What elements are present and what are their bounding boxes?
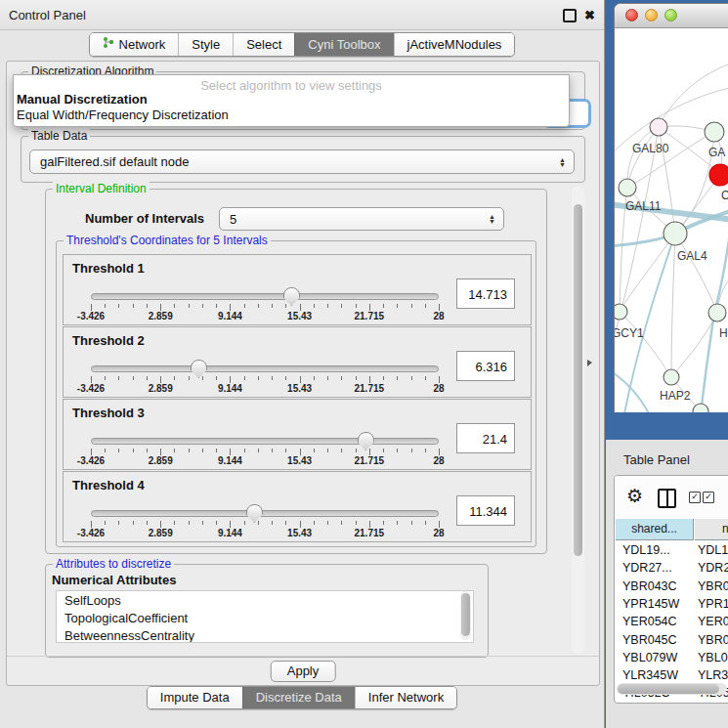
slider-thumb[interactable]	[191, 360, 207, 378]
table-data-combo[interactable]: galFiltered.sif default node ▲▼	[29, 150, 575, 174]
threshold-value-field[interactable]: 21.4	[456, 423, 515, 453]
minimize-light[interactable]	[645, 9, 658, 21]
numerical-attributes-list[interactable]: SelfLoopsTopologicalCoefficientBetweenne…	[56, 590, 474, 643]
network-node[interactable]	[615, 304, 627, 320]
table-horizontal-scrollbar[interactable]	[617, 683, 727, 695]
slider-scale-label: 2.859	[149, 311, 173, 321]
network-node[interactable]	[650, 118, 667, 136]
tab-jactivemnodules[interactable]: jActiveMNodules	[394, 33, 515, 56]
slider-tick	[439, 521, 440, 528]
tab-cyni-toolbox[interactable]: Cyni Toolbox	[294, 33, 393, 56]
slider-tick	[341, 449, 342, 452]
checkbox-icon[interactable]: ✓	[689, 492, 701, 503]
attributes-list-scrollbar[interactable]	[460, 591, 471, 640]
table-toolbar: ⚙ ✓ ✓	[615, 476, 728, 519]
slider-tick	[202, 521, 203, 525]
slider-tick	[189, 304, 190, 308]
slider-tick	[439, 449, 440, 455]
slider-track[interactable]	[91, 510, 439, 517]
threshold-value-field[interactable]: 14.713	[456, 278, 515, 309]
table-data-title: Table Data	[28, 129, 90, 143]
slider-scale-label: 2.859	[149, 383, 173, 394]
content-scrollbar[interactable]	[572, 187, 584, 654]
slider-thumb[interactable]	[246, 504, 263, 523]
slider-tick	[369, 449, 370, 455]
slider-tick	[160, 376, 161, 383]
slider-tick	[383, 449, 384, 452]
slider-tick	[230, 304, 231, 311]
tab-network[interactable]: Network	[90, 33, 179, 56]
slider-track[interactable]	[91, 365, 439, 372]
network-node-label: GA	[708, 146, 725, 159]
interval-definition-group: Interval Definition Number of Intervals …	[45, 189, 547, 554]
threshold-value-field[interactable]: 6.316	[456, 351, 515, 381]
tab-style[interactable]: Style	[178, 33, 233, 56]
network-node-label: H	[719, 326, 728, 340]
slider-tick	[118, 304, 119, 308]
threshold-panel: Threshold 1-3.4262.8599.14415.4321.71528…	[63, 254, 532, 325]
slider-tick	[356, 376, 357, 380]
tab-infer-network[interactable]: Infer Network	[355, 687, 456, 708]
table-panel-body: ⚙ ✓ ✓ shared...nameYDL19...YDL19YDR27...…	[614, 475, 728, 704]
column-header-shared[interactable]: shared...	[616, 519, 694, 540]
cell-shared-name: YBR043C	[622, 579, 677, 593]
table-row[interactable]: YBR045CYBR04	[615, 632, 728, 650]
close-icon[interactable]: ✖	[584, 8, 595, 22]
algorithm-dropdown-popup: Select algorithm to view settings Manual…	[13, 74, 570, 127]
slider-scale-label: -3.426	[77, 383, 105, 394]
slider-scale-label: 9.144	[218, 311, 242, 321]
tab-content-panel: Discretization Algorithm Select algorith…	[6, 61, 600, 686]
slider-track[interactable]	[91, 438, 439, 445]
slider-tick	[118, 449, 119, 452]
zoom-light[interactable]	[664, 9, 677, 21]
attribute-list-item[interactable]: BetweennessCentrality	[57, 626, 473, 643]
algorithm-option[interactable]: Equal Width/Frequency Discretization	[17, 107, 229, 122]
tab-impute-data[interactable]: Impute Data	[148, 687, 242, 708]
network-canvas[interactable]: GAL80GACGAL11GAL4GCY1HHAP2	[615, 28, 728, 412]
slider-tick	[258, 304, 259, 308]
slider-tick	[314, 376, 315, 380]
slider-tick	[285, 376, 286, 380]
control-panel-title: Control Panel	[9, 8, 86, 22]
table-row[interactable]: YDL19...YDL19	[615, 542, 728, 560]
network-node[interactable]	[708, 304, 726, 321]
cell-name: YBR04	[698, 633, 728, 647]
tab-discretize-data[interactable]: Discretize Data	[242, 687, 355, 708]
network-node[interactable]	[705, 122, 724, 142]
gear-icon[interactable]: ⚙	[626, 485, 643, 507]
cell-shared-name: YDR27...	[622, 561, 672, 575]
table-row[interactable]: YDR27...YDR27	[615, 560, 728, 578]
network-node[interactable]	[664, 222, 687, 245]
table-row[interactable]: YER054CYER05	[615, 614, 728, 631]
table-row[interactable]: YPR145WYPR14	[615, 596, 728, 614]
algorithm-option[interactable]: Manual Discretization	[17, 92, 148, 107]
apply-button[interactable]: Apply	[271, 661, 336, 682]
network-node[interactable]	[664, 369, 679, 385]
checkbox-icon[interactable]: ✓	[703, 492, 714, 503]
column-header-name[interactable]: name	[695, 519, 728, 540]
network-node[interactable]	[709, 164, 728, 186]
columns-icon[interactable]	[658, 489, 676, 508]
float-window-icon[interactable]	[563, 9, 577, 22]
slider-tick	[147, 449, 148, 452]
slider-tick	[216, 521, 217, 525]
slider-tick	[369, 376, 370, 383]
attribute-list-item[interactable]: SelfLoops	[57, 591, 473, 609]
slider-thumb[interactable]	[358, 432, 374, 450]
table-row[interactable]: YBL079WYBL07	[615, 650, 728, 667]
table-row[interactable]: YBR043CYBR04	[615, 578, 728, 596]
threshold-value-field[interactable]: 11.344	[456, 495, 515, 526]
network-node-label: GAL4	[677, 249, 707, 263]
table-data-group: Table Data galFiltered.sif default node …	[21, 136, 585, 183]
network-node-label: HAP2	[660, 389, 691, 403]
num-intervals-combo[interactable]: 5 ▲▼	[219, 207, 504, 231]
tab-select[interactable]: Select	[233, 33, 294, 56]
slider-tick	[341, 376, 342, 380]
attribute-list-item[interactable]: TopologicalCoefficient	[57, 609, 473, 626]
slider-tick	[91, 521, 92, 528]
close-light[interactable]	[625, 9, 638, 21]
network-node[interactable]	[619, 179, 636, 196]
slider-scale-label: 28	[433, 455, 444, 466]
slider-tick	[439, 376, 440, 383]
slider-track[interactable]	[91, 293, 439, 300]
